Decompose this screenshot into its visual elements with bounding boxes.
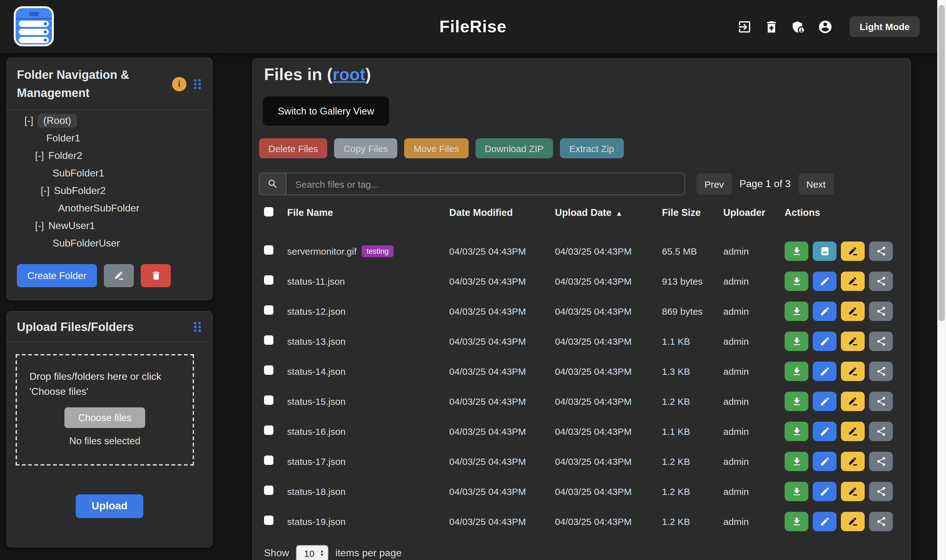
info-icon[interactable]: i — [172, 77, 186, 91]
upload-button[interactable]: Upload — [76, 494, 143, 518]
edit-file-button[interactable] — [813, 391, 837, 411]
share-file-button[interactable] — [869, 422, 893, 441]
edit-file-button[interactable] — [813, 482, 837, 501]
switch-gallery-view-button[interactable]: Switch to Gallery View — [263, 96, 389, 126]
root-folder-link[interactable]: root — [332, 65, 365, 84]
file-name[interactable]: status-14.json — [287, 366, 346, 376]
delete-folder-button[interactable] — [141, 264, 171, 287]
folder-item-label[interactable]: SubFolderUser — [52, 238, 120, 249]
items-per-page-select[interactable]: 10 ▲▼ — [296, 545, 328, 560]
file-name[interactable]: status-19.json — [287, 516, 346, 526]
move-files-button[interactable]: Move Files — [404, 138, 468, 158]
select-all-checkbox[interactable] — [264, 207, 274, 216]
file-name[interactable]: status-15.json — [287, 396, 346, 406]
next-page-button[interactable]: Next — [798, 173, 834, 195]
folder-tree-item[interactable]: Folder1 — [17, 129, 202, 147]
logout-icon[interactable] — [737, 19, 752, 34]
column-header-upload-date[interactable]: Upload Date▲ — [555, 207, 662, 218]
download-button[interactable] — [784, 331, 808, 351]
edit-file-button[interactable] — [813, 422, 837, 441]
rename-file-button[interactable] — [841, 362, 864, 381]
drag-handle-icon[interactable] — [193, 321, 202, 333]
download-button[interactable] — [784, 271, 808, 291]
page-scrollbar[interactable] — [937, 0, 946, 560]
row-checkbox[interactable] — [264, 455, 274, 465]
search-input[interactable] — [286, 173, 685, 195]
row-checkbox[interactable] — [264, 426, 274, 435]
file-name[interactable]: status-18.json — [287, 486, 346, 497]
scrollbar-thumb[interactable] — [938, 5, 945, 321]
download-button[interactable] — [784, 511, 808, 531]
folder-tree-item[interactable]: [-]SubFolder2 — [17, 182, 202, 200]
file-name[interactable]: status-16.json — [287, 426, 346, 437]
rename-file-button[interactable] — [841, 511, 864, 531]
download-button[interactable] — [784, 391, 808, 411]
column-header-file-name[interactable]: File Name — [287, 207, 449, 218]
row-checkbox[interactable] — [264, 305, 274, 315]
rename-file-button[interactable] — [841, 451, 864, 471]
light-mode-button[interactable]: Light Mode — [850, 16, 920, 37]
edit-file-button[interactable] — [813, 362, 837, 381]
folder-tree-item[interactable]: AnotherSubFolder — [17, 200, 202, 217]
rename-file-button[interactable] — [841, 391, 864, 411]
drag-handle-icon[interactable] — [193, 78, 202, 90]
row-checkbox[interactable] — [264, 275, 274, 285]
copy-files-button[interactable]: Copy Files — [334, 138, 397, 158]
download-button[interactable] — [784, 362, 808, 381]
folder-tree-item[interactable]: SubFolder1 — [17, 165, 202, 182]
row-checkbox[interactable] — [264, 515, 274, 525]
tree-collapse-toggle[interactable]: [-] — [35, 220, 44, 231]
column-header-date-modified[interactable]: Date Modified — [449, 207, 555, 218]
column-header-file-size[interactable]: File Size — [662, 207, 723, 218]
file-name[interactable]: status-13.json — [287, 336, 346, 346]
account-circle-icon[interactable] — [818, 19, 833, 34]
file-name[interactable]: status-11.json — [287, 275, 345, 286]
choose-files-button[interactable]: Choose files — [65, 407, 146, 428]
row-checkbox[interactable] — [264, 486, 274, 495]
share-file-button[interactable] — [869, 362, 893, 381]
folder-item-label[interactable]: SubFolder2 — [54, 185, 105, 197]
download-zip-button[interactable]: Download ZIP — [475, 138, 553, 158]
download-button[interactable] — [784, 451, 808, 471]
folder-item-selected[interactable]: (Root) — [37, 114, 77, 128]
file-dropzone[interactable]: Drop files/folders here or click 'Choose… — [15, 354, 194, 466]
row-checkbox[interactable] — [264, 335, 274, 345]
edit-file-button[interactable] — [813, 331, 837, 351]
edit-file-button[interactable] — [813, 511, 837, 531]
rename-file-button[interactable] — [841, 271, 864, 291]
share-file-button[interactable] — [869, 241, 893, 261]
folder-tree-item[interactable]: [-](Root) — [17, 112, 202, 129]
share-file-button[interactable] — [869, 331, 893, 351]
edit-file-button[interactable] — [813, 271, 837, 291]
user-shield-icon[interactable] — [791, 19, 806, 34]
rename-folder-button[interactable] — [104, 264, 134, 287]
tree-collapse-toggle[interactable]: [-] — [41, 185, 49, 197]
rename-file-button[interactable] — [841, 482, 864, 501]
folder-item-label[interactable]: NewUser1 — [48, 220, 95, 231]
share-file-button[interactable] — [869, 271, 893, 291]
delete-files-button[interactable]: Delete Files — [259, 138, 327, 158]
share-file-button[interactable] — [869, 391, 893, 411]
share-file-button[interactable] — [869, 451, 893, 471]
download-button[interactable] — [784, 422, 808, 441]
file-name[interactable]: servermonitor.gif — [287, 246, 357, 256]
rename-file-button[interactable] — [841, 422, 864, 441]
create-folder-button[interactable]: Create Folder — [17, 264, 97, 287]
folder-item-label[interactable]: Folder2 — [48, 150, 82, 162]
folder-item-label[interactable]: SubFolder1 — [52, 168, 104, 179]
row-checkbox[interactable] — [264, 245, 274, 255]
tree-collapse-toggle[interactable]: [-] — [25, 115, 33, 126]
folder-tree-item[interactable]: [-]Folder2 — [17, 147, 202, 165]
download-button[interactable] — [784, 482, 808, 501]
folder-item-label[interactable]: Folder1 — [46, 133, 80, 144]
share-file-button[interactable] — [869, 301, 893, 321]
preview-image-button[interactable] — [813, 241, 837, 261]
share-file-button[interactable] — [869, 511, 893, 531]
share-file-button[interactable] — [869, 482, 893, 501]
file-name[interactable]: status-12.json — [287, 306, 346, 316]
edit-file-button[interactable] — [813, 301, 837, 321]
rename-file-button[interactable] — [841, 301, 864, 321]
download-button[interactable] — [784, 241, 808, 261]
prev-page-button[interactable]: Prev — [696, 173, 732, 195]
folder-item-label[interactable]: AnotherSubFolder — [58, 203, 140, 214]
